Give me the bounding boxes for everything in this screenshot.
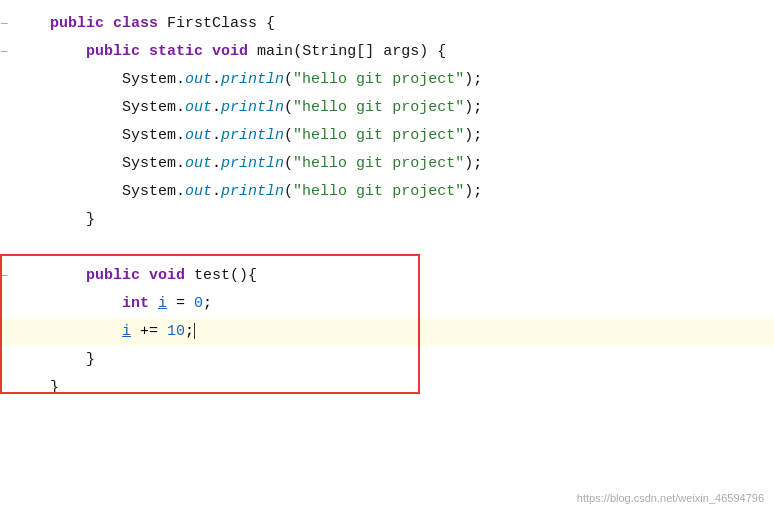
fold-marker-1[interactable]: − xyxy=(0,10,8,38)
line-content-12: i += 10; xyxy=(40,318,195,346)
line-content-5: System.out.println("hello git project"); xyxy=(40,122,482,150)
code-line-7: System.out.println("hello git project"); xyxy=(0,178,774,206)
line-content-7: System.out.println("hello git project"); xyxy=(40,178,482,206)
code-line-5: System.out.println("hello git project"); xyxy=(0,122,774,150)
code-line-4: System.out.println("hello git project"); xyxy=(0,94,774,122)
line-content-8: } xyxy=(40,206,95,234)
line-content-10: public void test(){ xyxy=(40,262,257,290)
line-content-9 xyxy=(40,234,59,262)
line-content-13: } xyxy=(40,346,95,374)
code-line-14: } xyxy=(0,374,774,402)
code-line-12: i += 10; xyxy=(0,318,774,346)
code-line-8: } xyxy=(0,206,774,234)
code-line-2: − public static void main(String[] args)… xyxy=(0,38,774,66)
line-content-11: int i = 0; xyxy=(40,290,212,318)
code-editor: − public class FirstClass { − public sta… xyxy=(0,0,774,512)
code-line-3: System.out.println("hello git project"); xyxy=(0,66,774,94)
fold-marker-2[interactable]: − xyxy=(0,38,8,66)
line-content-2: public static void main(String[] args) { xyxy=(40,38,446,66)
code-line-11: int i = 0; xyxy=(0,290,774,318)
line-content-6: System.out.println("hello git project"); xyxy=(40,150,482,178)
line-content-14: } xyxy=(40,374,59,402)
watermark: https://blog.csdn.net/weixin_46594796 xyxy=(577,492,764,504)
line-content-4: System.out.println("hello git project"); xyxy=(40,94,482,122)
code-line-13: } xyxy=(0,346,774,374)
line-content-1: public class FirstClass { xyxy=(40,10,275,38)
code-content-area[interactable]: − public class FirstClass { − public sta… xyxy=(0,0,774,512)
fold-marker-10[interactable]: − xyxy=(0,262,8,290)
code-line-9 xyxy=(0,234,774,262)
code-line-1: − public class FirstClass { xyxy=(0,10,774,38)
line-content-3: System.out.println("hello git project"); xyxy=(40,66,482,94)
code-line-6: System.out.println("hello git project"); xyxy=(0,150,774,178)
code-line-10: − public void test(){ xyxy=(0,262,774,290)
